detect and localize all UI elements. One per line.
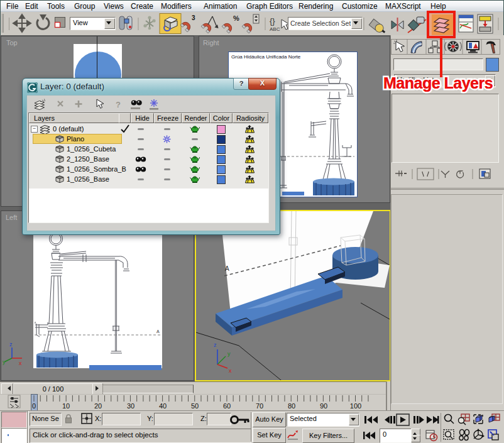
svg-text:A: A [156, 329, 160, 334]
svg-text:10: 10 [62, 402, 70, 410]
svg-text:A: A [225, 265, 229, 272]
svg-text:40: 40 [159, 402, 167, 410]
svg-text:3: 3 [192, 14, 195, 21]
svg-text:x: x [19, 360, 22, 366]
svg-text:{}: {} [270, 16, 275, 26]
svg-text:z: z [214, 342, 217, 348]
svg-text:x: x [229, 368, 232, 374]
svg-text:20: 20 [94, 402, 102, 410]
svg-text:?: ? [116, 100, 121, 109]
svg-text:50: 50 [191, 402, 199, 410]
svg-text:80: 80 [288, 402, 295, 410]
svg-text:90: 90 [320, 402, 327, 410]
svg-text:60: 60 [223, 402, 231, 410]
svg-text:y: y [3, 359, 6, 365]
svg-text:30: 30 [127, 402, 134, 410]
svg-text:ABC: ABC [270, 26, 280, 32]
svg-text:70: 70 [256, 402, 263, 410]
svg-text:Grúa Hidáulica Unificada Norte: Grúa Hidáulica Unificada Norte [231, 54, 301, 60]
svg-text:y: y [227, 351, 231, 357]
svg-text:100: 100 [350, 402, 361, 410]
svg-text:%: % [233, 14, 239, 22]
svg-text:0: 0 [32, 402, 36, 410]
svg-text:z: z [9, 341, 13, 347]
svg-text:Manage Layers: Manage Layers [383, 74, 493, 92]
